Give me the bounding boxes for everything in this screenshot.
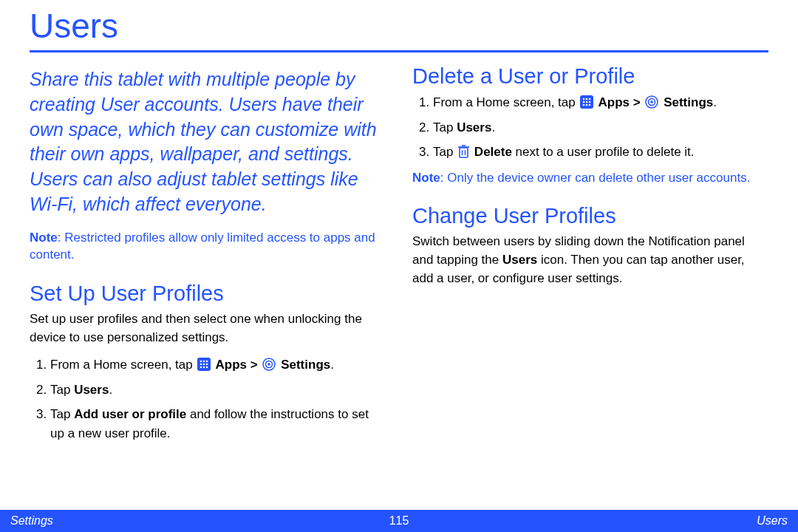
- note-text: : Restricted profiles allow only limited…: [30, 231, 375, 262]
- step-text: next to a user profile to delete it.: [512, 145, 695, 159]
- heading-change: Change User Profiles: [412, 204, 768, 228]
- delete-step-3: Tap Delete next to a user profile to del…: [433, 143, 768, 162]
- delete-step-2: Tap Users.: [433, 118, 768, 137]
- svg-point-6: [206, 364, 208, 366]
- footer-bar: Settings 115 Users: [0, 510, 798, 532]
- step-text: From a Home screen, tap: [50, 358, 196, 372]
- step-text: .: [491, 120, 495, 134]
- step-text: Tap: [433, 145, 457, 159]
- svg-point-8: [203, 366, 205, 369]
- svg-rect-26: [460, 148, 468, 157]
- step-bold: Add user or profile: [74, 407, 186, 421]
- apps-icon: [580, 95, 593, 109]
- svg-point-3: [206, 361, 208, 363]
- intro-text: Share this tablet with multiple people b…: [30, 67, 386, 217]
- settings-label: Settings: [277, 358, 330, 372]
- svg-point-9: [206, 366, 208, 369]
- change-body: Switch between users by sliding down the…: [412, 233, 768, 287]
- note-label: Note: [30, 231, 58, 245]
- svg-point-15: [586, 98, 588, 100]
- left-column: Share this tablet with multiple people b…: [30, 60, 386, 449]
- page-title: Users: [30, 0, 768, 50]
- svg-point-16: [589, 98, 591, 100]
- settings-label: Settings: [660, 95, 713, 109]
- settings-icon: [645, 95, 658, 109]
- setup-step-1: From a Home screen, tap Apps > Settings.: [50, 355, 386, 375]
- heading-delete: Delete a User or Profile: [412, 64, 768, 89]
- trash-icon: [458, 145, 469, 158]
- svg-point-14: [583, 98, 585, 100]
- svg-point-12: [268, 364, 271, 366]
- delete-steps: From a Home screen, tap Apps > Settings.…: [412, 93, 768, 162]
- body-bold: Users: [502, 253, 537, 267]
- settings-icon: [262, 358, 276, 371]
- footer-right: Users: [409, 514, 798, 528]
- apps-label: Apps >: [595, 95, 644, 109]
- page: Users Share this tablet with multiple pe…: [0, 0, 798, 532]
- svg-point-25: [651, 100, 654, 103]
- svg-point-7: [200, 366, 202, 369]
- svg-point-4: [200, 364, 202, 366]
- delete-step-1: From a Home screen, tap Apps > Settings.: [433, 93, 768, 112]
- step-bold: Users: [457, 120, 491, 134]
- apps-label: Apps >: [212, 358, 261, 372]
- columns: Share this tablet with multiple people b…: [30, 60, 768, 449]
- step-text: Tap: [50, 407, 74, 421]
- title-rule: [30, 50, 768, 52]
- svg-point-17: [583, 101, 585, 103]
- restricted-note: Note: Restricted profiles allow only lim…: [30, 229, 386, 265]
- svg-point-20: [583, 104, 585, 106]
- heading-setup: Set Up User Profiles: [30, 282, 386, 306]
- footer-page-number: 115: [389, 514, 409, 528]
- setup-step-2: Tap Users.: [50, 381, 386, 400]
- setup-step-3: Tap Add user or profile and follow the i…: [50, 405, 386, 443]
- setup-body: Set up user profiles and then select one…: [30, 310, 386, 347]
- note-text: : Only the device owner can delete other…: [440, 171, 751, 185]
- note-label: Note: [412, 171, 440, 185]
- step-text: Tap: [433, 120, 457, 134]
- step-text: From a Home screen, tap: [433, 95, 579, 109]
- delete-note: Note: Only the device owner can delete o…: [412, 169, 768, 187]
- svg-point-2: [203, 361, 205, 363]
- svg-point-22: [589, 104, 591, 106]
- step-bold: Delete: [471, 145, 512, 159]
- step-bold: Users: [74, 383, 109, 397]
- svg-point-18: [586, 101, 588, 103]
- right-column: Delete a User or Profile From a Home scr…: [412, 60, 768, 449]
- svg-point-1: [200, 361, 202, 363]
- setup-steps: From a Home screen, tap Apps > Settings.…: [30, 355, 386, 443]
- footer-left: Settings: [0, 514, 389, 528]
- step-text: .: [330, 358, 334, 372]
- svg-point-19: [589, 101, 591, 103]
- svg-point-5: [203, 364, 205, 366]
- apps-icon: [197, 358, 211, 371]
- svg-point-21: [586, 104, 588, 106]
- step-text: Tap: [50, 383, 74, 397]
- step-text: .: [109, 383, 112, 397]
- step-text: .: [713, 95, 717, 109]
